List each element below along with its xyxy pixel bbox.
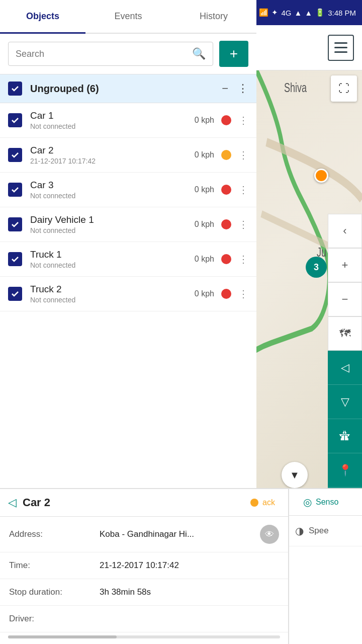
vehicle-item-truck1[interactable]: Truck 1 Not connected 0 kph ⋮ <box>0 242 256 277</box>
address-row: Address: Koba - Gandhinagar Hi... 👁 <box>0 517 288 552</box>
bottom-header: ◁ Car 2 ack <box>0 489 288 517</box>
group-more-icon[interactable]: ⋮ <box>237 82 248 95</box>
sensor-icon: ◎ <box>303 496 312 508</box>
search-input[interactable] <box>16 49 187 59</box>
sensor-header: ◎ Senso <box>289 489 362 516</box>
track-button[interactable]: ack <box>250 498 275 507</box>
zoom-in-button[interactable]: + <box>328 248 362 282</box>
signal-icon1: ▲ <box>294 9 302 17</box>
time-label: Time: <box>9 560 100 571</box>
vehicle-more-truck1[interactable]: ⋮ <box>238 253 248 265</box>
vehicle-more-car1[interactable]: ⋮ <box>238 114 248 126</box>
vehicle-more-car2[interactable]: ⋮ <box>238 149 248 161</box>
map-vehicle-badge: 3 <box>306 257 327 278</box>
group-header: Ungrouped (6) − ⋮ <box>0 74 256 103</box>
vehicle-name-truck2: Truck 2 <box>30 284 182 295</box>
vehicle-status-truck2: Not connected <box>30 296 182 304</box>
direction-down-icon: ▽ <box>341 395 349 409</box>
vehicle-speed-dairy1: 0 kph <box>182 220 214 229</box>
vehicle-name-truck1: Truck 1 <box>30 249 182 260</box>
vehicle-checkbox-car2[interactable] <box>8 148 22 162</box>
hamburger-menu-button[interactable] <box>328 35 354 61</box>
vehicle-more-car3[interactable]: ⋮ <box>238 184 248 196</box>
vehicle-dot-truck2 <box>221 289 231 299</box>
hotspot-icon: 📶 <box>259 8 268 17</box>
vehicle-item-dairy1[interactable]: Dairy Vehicle 1 Not connected 0 kph ⋮ <box>0 207 256 242</box>
vehicle-info-car1: Car 1 Not connected <box>30 110 182 130</box>
driver-row: Driver: <box>0 606 288 632</box>
bottom-panel: ◁ Car 2 ack Address: Koba - Gandhinagar … <box>0 488 362 644</box>
vehicle-status-car2: 21-12-2017 10:17:42 <box>30 157 182 165</box>
vehicle-more-truck2[interactable]: ⋮ <box>238 288 248 300</box>
eye-button[interactable]: 👁 <box>260 525 279 544</box>
location-pin-button[interactable]: 📍 <box>328 453 362 488</box>
vehicle-checkbox-truck1[interactable] <box>8 252 22 266</box>
vehicle-item-truck2[interactable]: Truck 2 Not connected 0 kph ⋮ <box>0 277 256 311</box>
search-bar: 🔍 + <box>0 34 256 74</box>
vehicle-dot-car1 <box>221 115 231 125</box>
map-layers-button[interactable]: 🗺 <box>328 316 362 351</box>
tab-history[interactable]: History <box>171 0 256 33</box>
speed-icon: ◑ <box>295 525 304 537</box>
4g-indicator: 4G <box>281 9 291 17</box>
vehicle-speed-car2: 0 kph <box>182 150 214 159</box>
vehicle-name-dairy1: Dairy Vehicle 1 <box>30 214 182 225</box>
vehicle-dot-car2 <box>221 150 231 160</box>
road-sign-icon: 🛣 <box>339 430 350 443</box>
add-vehicle-button[interactable]: + <box>219 41 248 67</box>
vehicle-more-dairy1[interactable]: ⋮ <box>238 218 248 230</box>
time-value: 21-12-2017 10:17:42 <box>100 560 279 571</box>
vehicle-name-car3: Car 3 <box>30 180 182 191</box>
expand-bottom-panel-button[interactable]: ▼ <box>282 462 308 488</box>
group-collapse-icon[interactable]: − <box>222 82 228 95</box>
sensor-button[interactable]: ◎ Senso <box>295 496 346 508</box>
group-label: Ungrouped (6) <box>30 83 222 95</box>
vehicle-dot-dairy1 <box>221 219 231 229</box>
navigate-button[interactable]: ◁ <box>328 351 362 385</box>
vehicle-speed-truck2: 0 kph <box>182 289 214 298</box>
vehicle-item-car2[interactable]: Car 2 21-12-2017 10:17:42 0 kph ⋮ <box>0 138 256 173</box>
direction-down-button[interactable]: ▽ <box>328 385 362 419</box>
vehicle-name-car2: Car 2 <box>30 145 182 156</box>
vehicle-checkbox-car3[interactable] <box>8 183 22 197</box>
vehicle-info-car3: Car 3 Not connected <box>30 180 182 200</box>
group-checkbox[interactable] <box>8 82 22 96</box>
tab-objects[interactable]: Objects <box>0 0 85 33</box>
vehicle-status-car1: Not connected <box>30 122 182 130</box>
panel-collapse-button[interactable]: ‹ <box>328 214 362 248</box>
vehicle-dot-car3 <box>221 185 231 195</box>
vehicle-name-car1: Car 1 <box>30 110 182 121</box>
status-bar-right: 📶 ✦ 4G ▲ ▲ 🔋 3:48 PM <box>259 8 356 17</box>
map-location-dot <box>314 169 328 183</box>
driver-label: Driver: <box>9 614 100 624</box>
vehicle-info-dairy1: Dairy Vehicle 1 Not connected <box>30 214 182 234</box>
address-value: Koba - Gandhinagar Hi... <box>100 529 255 539</box>
search-input-wrapper: 🔍 <box>8 42 213 66</box>
search-icon[interactable]: 🔍 <box>192 47 206 60</box>
stop-duration-row: Stop duration: 3h 38min 58s <box>0 579 288 606</box>
zoom-out-button[interactable]: − <box>328 282 362 316</box>
bottom-nav-icon: ◁ <box>8 496 17 509</box>
vehicle-checkbox-car1[interactable] <box>8 113 22 127</box>
vehicle-speed-car3: 0 kph <box>182 185 214 194</box>
tab-bar: Objects Events History <box>0 0 256 34</box>
speed-button[interactable]: ◑ Spee <box>289 516 362 546</box>
vehicle-checkbox-dairy1[interactable] <box>8 217 22 231</box>
vehicle-item-car1[interactable]: Car 1 Not connected 0 kph ⋮ <box>0 103 256 138</box>
bottom-scrollbar <box>8 635 280 638</box>
bottom-panel-left: ◁ Car 2 ack Address: Koba - Gandhinagar … <box>0 489 289 644</box>
sensor-label: Senso <box>316 498 338 507</box>
vehicle-status-car3: Not connected <box>30 192 182 200</box>
vehicle-speed-car1: 0 kph <box>182 116 214 125</box>
vehicle-info-truck1: Truck 1 Not connected <box>30 249 182 269</box>
vehicle-checkbox-truck2[interactable] <box>8 287 22 301</box>
bluetooth-icon: ✦ <box>272 8 278 17</box>
vehicle-status-truck1: Not connected <box>30 261 182 269</box>
road-sign-button[interactable]: 🛣 <box>328 419 362 453</box>
track-label: ack <box>262 498 275 507</box>
chevron-down-icon: ▼ <box>290 469 300 481</box>
tab-events[interactable]: Events <box>85 0 171 33</box>
track-dot <box>250 499 258 507</box>
vehicle-item-car3[interactable]: Car 3 Not connected 0 kph ⋮ <box>0 173 256 207</box>
vehicle-info-car2: Car 2 21-12-2017 10:17:42 <box>30 145 182 165</box>
